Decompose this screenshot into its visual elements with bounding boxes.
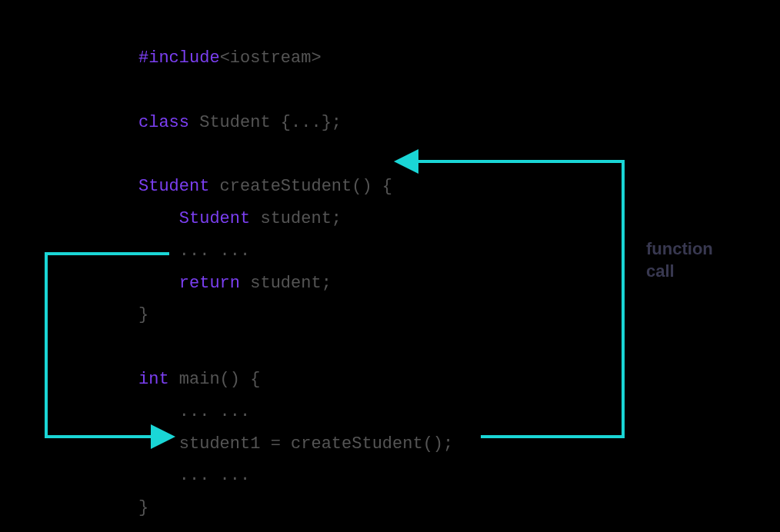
annotation-line1: function: [646, 238, 713, 261]
return-expr: student;: [240, 274, 332, 293]
diagram-container: #include<iostream> class Student {...}; …: [0, 0, 780, 532]
local-var: student;: [250, 209, 342, 228]
include-directive: #include: [138, 48, 220, 68]
int-keyword: int: [138, 370, 169, 389]
ellipsis: ... ...: [179, 241, 250, 261]
function-call-label: function call: [646, 238, 713, 282]
code-line-5: ... ...: [138, 241, 250, 261]
code-line-3: Student createStudent() {: [138, 177, 392, 196]
return-keyword: return: [179, 274, 240, 293]
code-line-6: return student;: [138, 274, 332, 293]
code-line-7: }: [138, 305, 148, 324]
header-name: <iostream>: [220, 48, 322, 68]
return-type: Student: [138, 177, 209, 196]
close-brace: }: [138, 498, 148, 517]
annotation-line2: call: [646, 261, 713, 283]
class-keyword: class: [138, 113, 189, 132]
call-statement: student1 = createStudent();: [179, 434, 453, 454]
ellipsis: ... ...: [179, 466, 250, 485]
close-brace: }: [138, 305, 148, 324]
code-line-8: int main() {: [138, 370, 260, 389]
ellipsis: ... ...: [179, 402, 250, 421]
code-line-10: student1 = createStudent();: [138, 434, 453, 454]
local-type: Student: [179, 209, 250, 228]
code-line-9: ... ...: [138, 402, 250, 421]
code-line-2: class Student {...};: [138, 113, 342, 132]
func-sig: createStudent() {: [209, 177, 392, 196]
code-block: #include<iostream> class Student {...}; …: [138, 42, 453, 524]
main-sig: main() {: [169, 370, 261, 389]
class-decl: Student {...};: [189, 113, 342, 132]
code-line-4: Student student;: [138, 209, 342, 228]
code-line-1: #include<iostream>: [138, 48, 322, 68]
code-line-12: }: [138, 498, 148, 517]
code-line-11: ... ...: [138, 466, 250, 485]
